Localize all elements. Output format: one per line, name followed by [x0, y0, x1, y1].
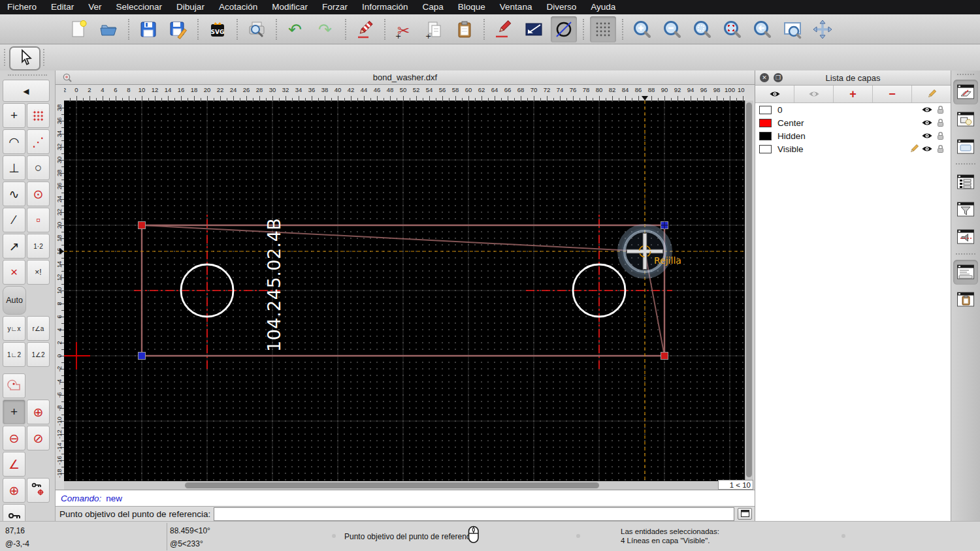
save-button[interactable]: [135, 16, 161, 42]
layer-row-center[interactable]: Center: [755, 116, 951, 129]
redo-button[interactable]: ↷: [313, 16, 339, 42]
dock-command-line-button[interactable]: [953, 260, 978, 285]
restrict-orthogonal-button[interactable]: ⊕: [27, 400, 50, 424]
menu-item-ayuda[interactable]: Ayuda: [583, 0, 623, 14]
cut-button[interactable]: ✂+: [391, 16, 417, 42]
construction-circle-button[interactable]: [551, 16, 577, 42]
snap-free-button[interactable]: +: [3, 103, 25, 128]
set-relative-zero-button[interactable]: ⊕: [3, 478, 25, 503]
lock-relative-zero-button[interactable]: [27, 478, 50, 503]
layer-visibility-icon[interactable]: [921, 119, 934, 127]
layer-lock-icon[interactable]: [934, 105, 947, 114]
menu-item-ver[interactable]: Ver: [81, 0, 108, 14]
snap-center-button[interactable]: ⊙: [27, 181, 50, 206]
undo-button[interactable]: ↶: [283, 16, 309, 42]
snap-intersection-manual-button[interactable]: ×!: [27, 260, 50, 285]
snap-entity-button[interactable]: ○: [27, 155, 50, 180]
snap-intersection-button[interactable]: ×: [3, 260, 25, 285]
zoom-in-button[interactable]: [629, 16, 655, 42]
zoom-auto-button[interactable]: [689, 16, 715, 42]
snap-endpoint-button[interactable]: ◠: [3, 129, 25, 154]
snap-distance-button[interactable]: 1·2: [27, 234, 50, 259]
layer-lock-icon[interactable]: [934, 118, 947, 127]
menu-item-capa[interactable]: Capa: [416, 0, 451, 14]
snap-grid-button[interactable]: [27, 103, 50, 128]
dock-block-list-button[interactable]: [953, 107, 978, 132]
command-window-toggle-button[interactable]: [738, 508, 752, 520]
snap-points-button[interactable]: ⋰: [27, 129, 50, 154]
snap-perpendicular-button[interactable]: ⊥: [3, 155, 25, 180]
horizontal-scrollbar-thumb[interactable]: [185, 482, 599, 488]
snap-auto-button[interactable]: Auto: [3, 286, 26, 315]
menu-item-acotación[interactable]: Acotación: [212, 0, 265, 14]
menu-item-bloque[interactable]: Bloque: [451, 0, 493, 14]
paste-button[interactable]: [451, 16, 478, 42]
zoom-out-button[interactable]: [659, 16, 685, 42]
menu-item-dibujar[interactable]: Dibujar: [169, 0, 212, 14]
snap-tangent-button[interactable]: ∿: [3, 181, 25, 206]
layer-visibility-icon[interactable]: [921, 145, 934, 153]
horizontal-scrollbar[interactable]: [64, 481, 718, 490]
line-rect-button[interactable]: [521, 16, 547, 42]
close-panel-button[interactable]: ✕: [760, 73, 769, 82]
edit-pencil-button[interactable]: [491, 16, 517, 42]
menu-item-seleccionar[interactable]: Seleccionar: [109, 0, 170, 14]
layer-lock-icon[interactable]: [934, 131, 947, 140]
snap-reference-button[interactable]: ▫: [27, 208, 50, 232]
pan-button[interactable]: [809, 16, 836, 42]
remove-layer-button[interactable]: −: [873, 86, 912, 102]
drawing-canvas[interactable]: 104.245.02.4BRejilla: [64, 101, 745, 481]
select-contour-button[interactable]: [3, 373, 25, 398]
save-as-button[interactable]: [165, 16, 191, 42]
zoom-previous-button[interactable]: [749, 16, 776, 42]
menu-item-modificar[interactable]: Modificar: [265, 0, 315, 14]
delete-button[interactable]: [352, 16, 378, 42]
coord-relative-polar-button[interactable]: 1∠2: [27, 342, 50, 367]
zoom-window-button[interactable]: [779, 16, 806, 42]
command-input[interactable]: [214, 507, 734, 521]
grid-toggle-button[interactable]: [590, 16, 616, 42]
layer-row-hidden[interactable]: Hidden: [755, 129, 951, 142]
menu-item-ventana[interactable]: Ventana: [493, 0, 540, 14]
dock-selection-filter-button[interactable]: [953, 197, 978, 222]
layer-visibility-icon[interactable]: [921, 132, 934, 140]
snap-natural-button[interactable]: ∕: [3, 208, 25, 232]
menu-item-editar[interactable]: Editar: [44, 0, 81, 14]
dock-section-button[interactable]: [953, 225, 978, 249]
export-svg-button[interactable]: SVG: [204, 16, 231, 42]
open-file-button[interactable]: [96, 16, 122, 42]
copy-button[interactable]: +: [421, 16, 448, 42]
coord-relative-cartesian-button[interactable]: 1∟2: [3, 342, 25, 367]
menu-item-diverso[interactable]: Diverso: [539, 0, 583, 14]
menu-item-información[interactable]: Información: [355, 0, 416, 14]
restrict-vertical-button[interactable]: ⊘: [27, 426, 50, 450]
selection-tool-button[interactable]: [9, 46, 41, 71]
snap-angle-button[interactable]: ∠: [3, 452, 25, 477]
dock-library-browser-button[interactable]: [953, 134, 978, 159]
zoom-selection-button[interactable]: [719, 16, 745, 42]
coord-cartesian-button[interactable]: y∟x: [3, 316, 25, 341]
float-panel-button[interactable]: ❐: [774, 73, 783, 82]
new-file-button[interactable]: [66, 16, 92, 42]
dock-property-editor-button[interactable]: [953, 170, 978, 195]
menu-item-fichero[interactable]: Fichero: [0, 0, 44, 14]
print-preview-button[interactable]: [244, 16, 270, 42]
coord-polar-button[interactable]: r∠a: [27, 316, 50, 341]
layer-visibility-icon[interactable]: [921, 106, 934, 114]
layer-lock-icon[interactable]: [934, 144, 947, 153]
vertical-scrollbar-thumb[interactable]: [746, 102, 752, 477]
back-button[interactable]: ◄: [3, 80, 50, 102]
dock-clipboard-button[interactable]: [953, 287, 978, 312]
add-layer-button[interactable]: +: [834, 86, 873, 102]
hide-all-layers-button[interactable]: [794, 86, 834, 102]
show-all-layers-button[interactable]: [755, 86, 794, 102]
menu-item-forzar[interactable]: Forzar: [315, 0, 355, 14]
restrict-horizontal-button[interactable]: ⊖: [3, 426, 25, 450]
vertical-scrollbar[interactable]: [745, 101, 753, 481]
edit-layer-button[interactable]: [912, 86, 951, 102]
layer-row-0[interactable]: 0: [755, 103, 951, 116]
dock-layer-list-button[interactable]: [953, 80, 978, 104]
layer-row-visible[interactable]: Visible: [755, 142, 951, 155]
restrict-off-button[interactable]: +: [3, 400, 25, 424]
snap-middle-button[interactable]: ↗: [3, 234, 25, 259]
